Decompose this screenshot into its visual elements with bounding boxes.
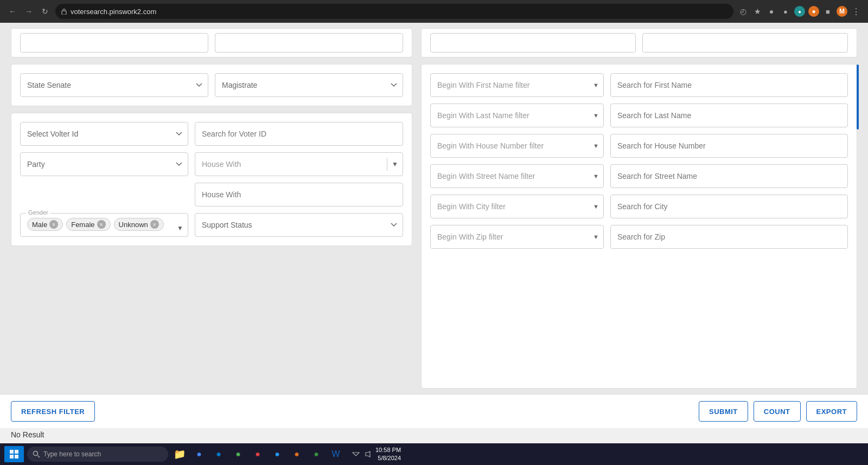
gender-tags: Male × Female × Unknown × xyxy=(27,218,181,231)
senate-magistrate-card: State Senate Magistrate xyxy=(11,64,412,106)
state-senate-wrap: State Senate xyxy=(20,73,208,97)
nav-back-button[interactable]: ← xyxy=(7,5,18,17)
partial-input-1[interactable] xyxy=(20,33,208,53)
svg-point-5 xyxy=(34,451,38,456)
taskbar-app2-icon[interactable]: ● xyxy=(250,446,266,462)
svg-rect-0 xyxy=(62,11,66,15)
browser-toolbar-icons: ◴ ★ ● ● ● ● ■ M ⋮ xyxy=(738,6,861,17)
svg-rect-1 xyxy=(10,450,14,454)
url-text: votersearch.pinswork2.com xyxy=(71,8,156,16)
star-icon[interactable]: ★ xyxy=(752,6,763,17)
right-filter-card: Begin With First Name filter ▼ Begin Wit… xyxy=(421,64,857,389)
house-number-filter-dropdown[interactable]: Begin With House Number filter ▼ xyxy=(430,134,604,158)
export-button[interactable]: EXPORT xyxy=(806,401,857,422)
gender-tag-female: Female × xyxy=(66,218,110,231)
submit-button[interactable]: SUBMIT xyxy=(699,401,748,422)
svg-rect-4 xyxy=(15,455,18,458)
party-select[interactable]: Party xyxy=(20,152,188,176)
scroll-bar xyxy=(857,64,859,130)
city-filter-dropdown[interactable]: Begin With City filter ▼ xyxy=(430,195,604,218)
first-name-search-input[interactable] xyxy=(610,73,848,97)
taskbar-vscode-icon[interactable]: ● xyxy=(210,446,227,462)
no-result-text: No Result xyxy=(0,428,868,443)
nav-refresh-button[interactable]: ↻ xyxy=(39,5,51,17)
svg-line-6 xyxy=(37,455,40,457)
first-name-filter-dropdown[interactable]: Begin With First Name filter ▼ xyxy=(430,73,604,97)
right-top-partial-card xyxy=(421,28,857,57)
house-with-input-row xyxy=(20,183,403,206)
svg-marker-7 xyxy=(366,451,370,457)
tray-time-text: 10:58 PM xyxy=(375,446,401,454)
right-panel: Begin With First Name filter ▼ Begin Wit… xyxy=(421,28,857,389)
senate-magistrate-row: State Senate Magistrate xyxy=(20,73,403,97)
house-with-input[interactable] xyxy=(195,183,403,206)
right-partial-input-2[interactable] xyxy=(642,33,848,53)
lock-icon xyxy=(61,8,67,15)
last-name-search-input[interactable] xyxy=(610,104,848,127)
user-avatar-icon[interactable]: M xyxy=(837,6,847,17)
taskbar-word-icon[interactable]: W xyxy=(328,446,344,462)
extension2-icon[interactable]: ● xyxy=(794,6,805,17)
party-row: Party House With ▼ xyxy=(20,152,403,176)
screenshot-icon[interactable]: ◴ xyxy=(738,6,749,17)
gender-tag-male-remove[interactable]: × xyxy=(49,220,58,229)
gender-section: Gender Male × Female × Unknown × xyxy=(20,213,188,237)
taskbar-explorer-icon[interactable]: 📁 xyxy=(171,446,188,462)
taskbar-app5-icon[interactable]: ● xyxy=(308,446,324,462)
magistrate-select[interactable]: Magistrate xyxy=(215,73,403,97)
taskbar-app3-icon[interactable]: ● xyxy=(269,446,285,462)
support-status-wrap: Support Status xyxy=(195,213,403,237)
last-name-filter-dropdown[interactable]: Begin With Last Name filter ▼ xyxy=(430,104,604,127)
voter-id-search-input[interactable] xyxy=(195,122,403,146)
taskbar-chrome-icon[interactable]: ● xyxy=(191,446,207,462)
gender-dropdown-button[interactable]: ▼ xyxy=(177,224,183,232)
extension3-icon[interactable]: ● xyxy=(808,6,819,17)
nav-forward-button[interactable]: → xyxy=(23,5,35,17)
taskbar-app4-icon[interactable]: ● xyxy=(289,446,305,462)
house-number-chevron-icon: ▼ xyxy=(593,143,599,149)
volume-icon xyxy=(363,450,372,458)
voter-id-select[interactable]: Select Volter Id xyxy=(20,122,188,146)
zip-search-input[interactable] xyxy=(610,225,848,249)
svg-rect-2 xyxy=(15,450,18,454)
start-button[interactable] xyxy=(4,446,24,462)
system-tray: 10:58 PM 5/8/2024 xyxy=(347,446,405,463)
left-panel: State Senate Magistrate Select Volter Id xyxy=(11,28,412,389)
city-search-input[interactable] xyxy=(610,195,848,218)
browser-bar: ← → ↻ votersearch.pinswork2.com ◴ ★ ● ● … xyxy=(0,0,868,23)
filter-row-zip: Begin With Zip filter ▼ xyxy=(430,225,848,249)
state-senate-select[interactable]: State Senate xyxy=(20,73,208,97)
gender-tag-female-remove[interactable]: × xyxy=(97,220,106,229)
extension4-icon[interactable]: ■ xyxy=(822,6,833,17)
refresh-filter-button[interactable]: REFRESH FILTER xyxy=(11,401,95,422)
house-with-input-spacer xyxy=(20,183,188,206)
house-number-filter-label: Begin With House Number filter xyxy=(437,141,590,150)
house-with-divider xyxy=(387,158,387,171)
house-with-dropdown[interactable]: House With ▼ xyxy=(195,152,403,176)
network-icon xyxy=(352,450,360,458)
house-with-label: House With xyxy=(202,160,382,169)
street-name-search-input[interactable] xyxy=(610,164,848,188)
taskbar-app1-icon[interactable]: ● xyxy=(230,446,246,462)
menu-icon[interactable]: ⋮ xyxy=(851,6,861,17)
voter-id-select-wrap: Select Volter Id xyxy=(20,122,188,146)
extension1-icon[interactable]: ● xyxy=(780,6,791,17)
street-name-filter-dropdown[interactable]: Begin With Street Name filter ▼ xyxy=(430,164,604,188)
bottom-bar: REFRESH FILTER SUBMIT COUNT EXPORT xyxy=(0,394,868,428)
profile-icon[interactable]: ● xyxy=(766,6,777,17)
support-status-select[interactable]: Support Status xyxy=(195,213,403,237)
taskbar: Type here to search 📁 ● ● ● ● ● ● ● W 10… xyxy=(0,443,868,465)
street-name-chevron-icon: ▼ xyxy=(593,173,599,179)
right-partial-input-1[interactable] xyxy=(430,33,636,53)
address-bar[interactable]: votersearch.pinswork2.com xyxy=(55,4,733,19)
top-partial-card xyxy=(11,28,412,57)
partial-input-2[interactable] xyxy=(215,33,403,53)
voter-card: Select Volter Id Party House With ▼ xyxy=(11,113,412,246)
count-button[interactable]: COUNT xyxy=(754,401,801,422)
zip-filter-dropdown[interactable]: Begin With Zip filter ▼ xyxy=(430,225,604,249)
taskbar-search-bar[interactable]: Type here to search xyxy=(27,447,168,462)
filter-row-city: Begin With City filter ▼ xyxy=(430,195,848,218)
gender-tag-female-label: Female xyxy=(71,221,94,229)
house-number-search-input[interactable] xyxy=(610,134,848,158)
gender-tag-unknown-remove[interactable]: × xyxy=(150,220,159,229)
